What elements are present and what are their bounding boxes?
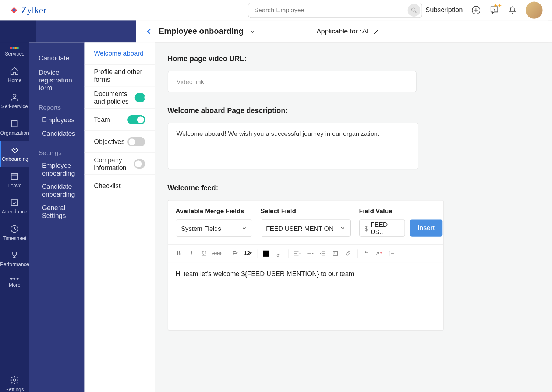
left-rail: Services Home Self-service Organization … <box>0 42 29 392</box>
rail-label: Organization <box>0 130 29 136</box>
toggle-team[interactable] <box>127 115 145 124</box>
trophy-icon <box>10 251 19 260</box>
rail-item-attendance[interactable]: Attendance <box>0 194 29 220</box>
building-icon <box>10 119 19 128</box>
nav-employee-onboarding[interactable]: Employee onboarding <box>29 159 84 180</box>
select-value: FEED USER MENTION <box>266 225 334 232</box>
clear-format-button[interactable]: A× <box>374 249 383 258</box>
page-desc-input[interactable]: Welcome aboard! We wish you a successful… <box>167 123 418 169</box>
svg-rect-7 <box>12 120 17 127</box>
nav-candidates[interactable]: Candidates <box>29 127 84 141</box>
link-icon <box>345 250 351 256</box>
welcome-feed-box: Available Merge Fields System Fields Sel… <box>167 200 443 330</box>
tab-team[interactable]: Team <box>85 109 155 131</box>
svg-point-17 <box>13 379 15 381</box>
rail-item-more[interactable]: More <box>0 273 29 293</box>
tab-checklist[interactable]: Checklist <box>85 175 155 197</box>
rail-item-performance[interactable]: Performance <box>0 246 29 273</box>
rail-item-home[interactable]: Home <box>0 62 29 88</box>
select-field-select[interactable]: FEED USER MENTION <box>261 220 351 237</box>
field-value-label: Field Value <box>359 207 442 215</box>
rail-item-selfservice[interactable]: Self-service <box>0 88 29 115</box>
toggle-objectives[interactable] <box>127 137 145 146</box>
rail-item-organization[interactable]: Organization <box>0 115 29 141</box>
person-icon <box>10 93 19 102</box>
tab-label: Checklist <box>94 182 121 190</box>
select-value: System Fields <box>181 225 221 232</box>
calendar-icon <box>10 172 19 181</box>
title-dropdown[interactable] <box>250 28 255 34</box>
highlight-button[interactable] <box>274 249 283 258</box>
chevron-down-icon <box>241 226 247 231</box>
link-button[interactable] <box>343 249 353 258</box>
rail-label: Timesheet <box>3 235 26 241</box>
strike-button[interactable]: abc <box>212 249 221 258</box>
toggle-documents[interactable] <box>135 93 145 102</box>
tab-label: Profile and other forms <box>94 68 145 83</box>
toggle-company-info[interactable] <box>134 159 145 168</box>
subscription-link[interactable]: Subscription <box>425 6 463 14</box>
line-height-button[interactable] <box>387 249 396 258</box>
brand-logo[interactable]: Zylker <box>9 4 46 15</box>
avatar[interactable] <box>526 1 542 18</box>
edit-applicable-button[interactable] <box>373 28 380 35</box>
list-button[interactable]: ▾ <box>305 249 314 258</box>
tab-profile-forms[interactable]: Profile and other forms <box>85 64 155 86</box>
align-button[interactable]: ▾ <box>292 249 301 258</box>
editor-area[interactable]: Hi team let's welcome ${FEED USER MENTIO… <box>168 262 443 330</box>
calendar-check-icon <box>10 198 19 207</box>
page-desc-text: Welcome aboard! We wish you a successful… <box>176 130 379 137</box>
italic-button[interactable]: I <box>187 249 196 258</box>
brand-name: Zylker <box>21 4 46 15</box>
applicable-for: Applicable for :All <box>316 27 380 35</box>
nav-general-settings[interactable]: General Settings <box>29 201 84 223</box>
tab-welcome-aboard[interactable]: Welcome aboard <box>85 42 155 64</box>
font-button[interactable]: F▾ <box>230 249 240 258</box>
rail-item-services[interactable]: Services <box>0 42 29 62</box>
fontsize-button[interactable]: 12▾ <box>243 249 252 258</box>
notifications-button[interactable] <box>508 5 517 14</box>
merge-fields-select[interactable]: System Fields <box>176 220 252 237</box>
svg-point-15 <box>14 278 15 279</box>
rail-label: Home <box>8 77 21 83</box>
sparkle-icon: ✦✦ <box>493 2 502 8</box>
rail-label: Onboarding <box>2 156 28 162</box>
image-button[interactable] <box>330 249 340 258</box>
field-value-display: $FEED US.. <box>359 220 405 237</box>
underline-button[interactable]: U <box>199 249 209 258</box>
tab-documents-policies[interactable]: Documents and policies <box>85 86 155 109</box>
search-input[interactable] <box>248 2 422 18</box>
svg-point-26 <box>307 254 307 255</box>
back-button[interactable] <box>145 27 153 35</box>
search-button[interactable] <box>407 4 420 17</box>
home-icon <box>10 66 19 75</box>
text-color-button[interactable] <box>261 249 270 258</box>
outdent-button[interactable] <box>318 249 327 258</box>
nav-employees[interactable]: Employees <box>29 113 84 127</box>
quote-button[interactable]: ❝ <box>361 249 371 258</box>
tab-company-info[interactable]: Company information <box>85 153 155 175</box>
rail-label: Performance <box>0 262 29 268</box>
svg-point-16 <box>17 278 18 279</box>
nav-settings-header: Settings <box>29 141 84 159</box>
nav-candidate[interactable]: Candidate <box>29 51 84 65</box>
rail-item-onboarding[interactable]: Onboarding <box>0 141 29 167</box>
tab-objectives[interactable]: Objectives <box>85 131 155 153</box>
add-button[interactable] <box>471 5 481 14</box>
bold-button[interactable]: B <box>174 249 183 258</box>
page-desc-label: Welcome aboard Page description: <box>167 107 552 115</box>
nav-candidate-onboarding[interactable]: Candidate onboarding <box>29 180 84 201</box>
svg-line-1 <box>415 11 416 12</box>
rail-label: Leave <box>8 183 22 188</box>
insert-button[interactable]: Insert <box>410 220 442 237</box>
nav-device-registration[interactable]: Device registration form <box>29 66 84 95</box>
rail-item-leave[interactable]: Leave <box>0 167 29 194</box>
nav-reports-header: Reports <box>29 95 84 113</box>
topbar: Zylker Subscription ? ✦✦ <box>0 0 552 20</box>
video-url-input[interactable]: Video link <box>167 71 416 92</box>
rail-item-settings[interactable]: Settings <box>0 371 29 392</box>
rail-label: Self-service <box>1 104 28 110</box>
help-button[interactable]: ? ✦✦ <box>489 5 499 15</box>
more-icon <box>10 277 19 280</box>
rail-item-timesheet[interactable]: Timesheet <box>0 220 29 247</box>
